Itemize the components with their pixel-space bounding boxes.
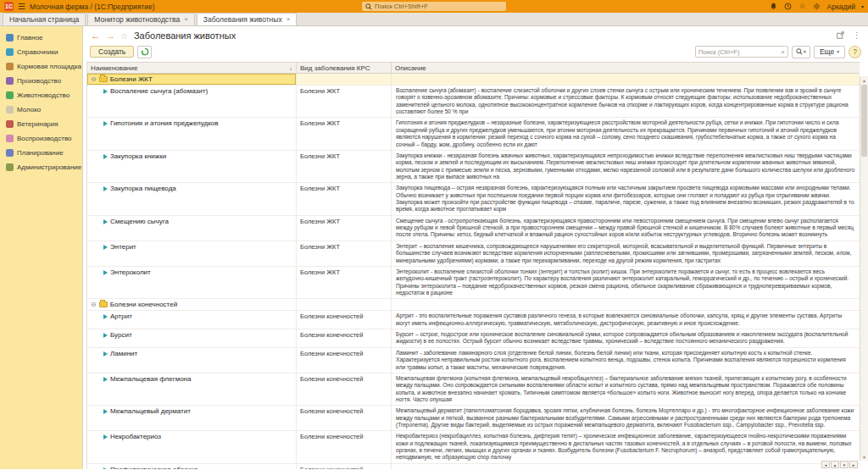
nav-down-icon[interactable]: ▾ xyxy=(840,461,849,468)
sidebar-item-main[interactable]: Главное xyxy=(0,30,82,45)
back-arrow-icon[interactable]: ← xyxy=(90,30,101,41)
global-search[interactable] xyxy=(362,2,506,11)
sidebar-item-reproduction[interactable]: Воспроизводство xyxy=(0,131,82,146)
table-row[interactable]: ЭнтероколитБолезни ЖКТЭнтероколит - восп… xyxy=(87,267,860,299)
nav-up-icon[interactable]: ▴ xyxy=(831,461,839,468)
scrollbar-thumb[interactable] xyxy=(861,85,867,157)
kind-cell[interactable]: Болезни ЖКТ xyxy=(297,151,392,182)
description-cell[interactable]: Межпальцевый дерматит (папилломатозная б… xyxy=(392,406,860,430)
name-cell[interactable]: Межпальцевый дерматит xyxy=(87,406,297,430)
list-search-input[interactable] xyxy=(698,48,779,56)
find-button[interactable]: ▾ xyxy=(792,46,810,58)
table-row[interactable]: ЛаминитБолезни конечностейЛаминит - забо… xyxy=(87,348,860,373)
description-cell[interactable]: Воспаление сычуга (абомазит) - воспалени… xyxy=(392,86,860,117)
more-menu-icon[interactable]: ⋮ xyxy=(853,31,861,40)
name-cell[interactable]: Межпальцевая флегмона xyxy=(87,373,297,405)
scroll-up-icon[interactable]: ▲ xyxy=(860,76,868,84)
description-cell[interactable]: Закупорка книжки - незаразная болезнь жв… xyxy=(392,151,860,182)
table-row[interactable]: Закупорка пищеводаБолезни ЖКТЗакупорка п… xyxy=(87,183,860,215)
sidebar-item-feedlot[interactable]: Кормовая площадка xyxy=(0,59,82,74)
group-row[interactable]: ⊖Болезни ЖКТ xyxy=(87,74,860,86)
create-button[interactable]: Создать xyxy=(90,46,134,58)
open-in-new-window-icon[interactable] xyxy=(837,31,844,41)
main-menu-icon[interactable]: ☰ xyxy=(18,3,25,11)
name-cell[interactable]: Закупорка пищевода xyxy=(87,183,297,214)
collapse-toggle-icon[interactable]: ⊖ xyxy=(91,76,97,83)
name-cell[interactable]: Некробактериоз xyxy=(87,431,297,462)
kind-cell[interactable]: Болезни ЖКТ xyxy=(297,118,392,149)
user-name[interactable]: Аркадий xyxy=(826,3,855,11)
name-cell[interactable]: Профилактическая обрезка xyxy=(87,464,297,469)
scroll-down-icon[interactable]: ▼ xyxy=(860,453,868,461)
name-cell[interactable]: Энтерит xyxy=(87,241,297,266)
description-cell[interactable]: Бурсит – острое, подострое или хроническ… xyxy=(392,329,860,347)
table-row[interactable]: Профилактическая обрезкаБолезни конечнос… xyxy=(87,464,860,469)
tab[interactable]: Монитор животноводства× xyxy=(87,13,195,25)
user-chevron-down-icon[interactable]: ▾ xyxy=(861,3,864,9)
collapse-toggle-icon[interactable]: ⊖ xyxy=(91,301,97,308)
description-cell[interactable]: Закупорка пищевода – острая незаразная б… xyxy=(392,183,860,214)
table-row[interactable]: НекробактериозБолезни конечностейНекроба… xyxy=(87,431,860,463)
kind-cell[interactable]: Болезни ЖКТ xyxy=(297,241,392,266)
history-clock-icon[interactable] xyxy=(783,3,792,11)
table-row[interactable]: Воспаление сычуга (абомазит)Болезни ЖКТВ… xyxy=(87,86,860,118)
kind-cell[interactable]: Болезни ЖКТ xyxy=(297,183,392,214)
description-cell[interactable] xyxy=(392,299,860,310)
kind-cell[interactable]: Болезни конечностей xyxy=(297,431,392,462)
sidebar-item-veterinary[interactable]: Ветеринария xyxy=(0,117,82,131)
description-cell[interactable] xyxy=(392,74,860,85)
description-cell[interactable]: Гипотония и атония преджелудков – незара… xyxy=(392,118,860,149)
name-cell[interactable]: ⊖Болезни ЖКТ xyxy=(87,74,297,85)
description-cell[interactable]: Некробактериоз (некробациллез, копытная … xyxy=(392,431,860,462)
kind-cell[interactable] xyxy=(297,299,392,310)
kind-cell[interactable]: Болезни конечностей xyxy=(297,406,392,430)
list-search-box[interactable]: × xyxy=(695,46,788,58)
column-header-kind[interactable]: Вид заболевания КРС xyxy=(297,63,392,73)
kind-cell[interactable]: Болезни ЖКТ xyxy=(297,86,392,117)
name-cell[interactable]: Закупорка книжки xyxy=(87,151,297,182)
description-cell[interactable]: Смещение сычуга - остропротекающая болез… xyxy=(392,216,860,241)
description-cell[interactable]: Энтероколит - воспаление слизистой оболо… xyxy=(392,267,860,298)
forward-arrow-icon[interactable]: → xyxy=(105,30,116,41)
column-header-name[interactable]: Наименование ↓ xyxy=(87,63,297,73)
favorites-star-icon[interactable]: ☆ xyxy=(798,3,806,11)
name-cell[interactable]: ⊖Болезни конечностей xyxy=(87,299,297,310)
nav-right-icon[interactable]: ▸ xyxy=(849,461,858,468)
tab-close-icon[interactable]: × xyxy=(184,16,188,23)
kind-cell[interactable]: Болезни конечностей xyxy=(297,348,392,373)
nav-left-icon[interactable]: ◂ xyxy=(821,461,830,468)
table-row[interactable]: ЭнтеритБолезни ЖКТЭнтерит – воспаление к… xyxy=(87,241,860,267)
sidebar-item-milk[interactable]: Молоко xyxy=(0,102,82,117)
table-row[interactable]: Закупорка книжкиБолезни ЖКТЗакупорка кни… xyxy=(87,151,860,183)
description-cell[interactable]: Межпальцевая флегмона (копытная флегмона… xyxy=(392,373,860,405)
table-row[interactable]: Смещению сычугаБолезни ЖКТСмещение сычуг… xyxy=(87,216,860,241)
table-row[interactable]: БурситБолезни конечностейБурсит – острое… xyxy=(87,329,860,348)
kind-cell[interactable] xyxy=(297,74,392,85)
tab[interactable]: Начальная страница xyxy=(3,13,86,25)
global-search-input[interactable] xyxy=(375,3,503,10)
name-cell[interactable]: Энтероколит xyxy=(87,267,297,298)
kind-cell[interactable]: Болезни конечностей xyxy=(297,464,392,469)
more-actions-button[interactable]: Еще ▾ xyxy=(814,46,845,58)
column-header-description[interactable]: Описание xyxy=(392,63,860,73)
sidebar-item-administration[interactable]: Администрирование xyxy=(0,160,82,174)
sidebar-item-production[interactable]: Производство xyxy=(0,74,82,88)
description-cell[interactable] xyxy=(392,464,860,469)
kind-cell[interactable]: Болезни ЖКТ xyxy=(297,216,392,241)
refresh-button[interactable] xyxy=(137,46,152,58)
description-cell[interactable]: Ламинит - заболевание ламинарного слоя (… xyxy=(392,348,860,373)
kind-cell[interactable]: Болезни конечностей xyxy=(297,373,392,405)
name-cell[interactable]: Воспаление сычуга (абомазит) xyxy=(87,86,297,117)
name-cell[interactable]: Артрит xyxy=(87,311,297,329)
kind-cell[interactable]: Болезни конечностей xyxy=(297,311,392,329)
table-row[interactable]: АртритБолезни конечностейАртрит - это во… xyxy=(87,311,860,329)
kind-cell[interactable]: Болезни конечностей xyxy=(297,329,392,347)
add-favorite-star-icon[interactable]: ☆ xyxy=(120,31,128,41)
table-row[interactable]: Гипотония и атония преджелудковБолезни Ж… xyxy=(87,118,860,150)
description-cell[interactable]: Энтерит – воспаление кишечника, сопровож… xyxy=(392,241,860,266)
name-cell[interactable]: Гипотония и атония преджелудков xyxy=(87,118,297,149)
sidebar-item-catalogs[interactable]: Справочники xyxy=(0,45,82,59)
group-row[interactable]: ⊖Болезни конечностей xyxy=(87,299,860,311)
name-cell[interactable]: Смещению сычуга xyxy=(87,216,297,241)
tab-close-icon[interactable]: × xyxy=(287,16,291,23)
